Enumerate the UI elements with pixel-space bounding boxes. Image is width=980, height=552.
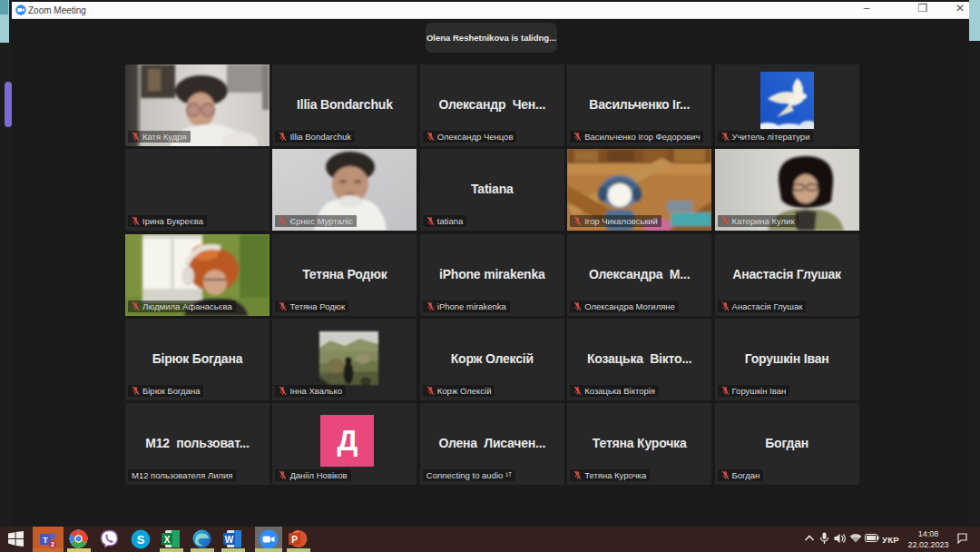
svg-text:P: P	[291, 535, 298, 545]
svg-text:T: T	[43, 536, 48, 545]
svg-text:2: 2	[51, 541, 54, 547]
svg-text:W: W	[225, 535, 234, 545]
svg-text:X: X	[164, 535, 171, 545]
svg-text:S: S	[137, 533, 145, 547]
